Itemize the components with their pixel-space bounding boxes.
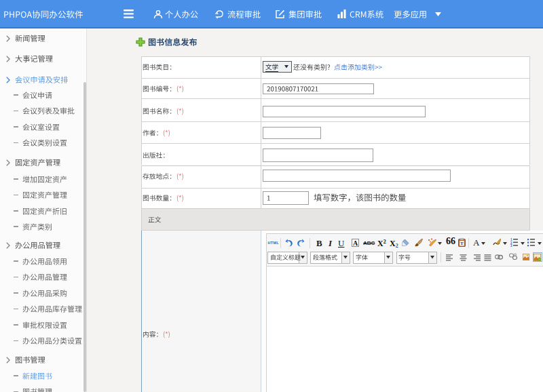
svg-text:3: 3 <box>510 244 512 247</box>
svg-text:T: T <box>460 241 464 246</box>
